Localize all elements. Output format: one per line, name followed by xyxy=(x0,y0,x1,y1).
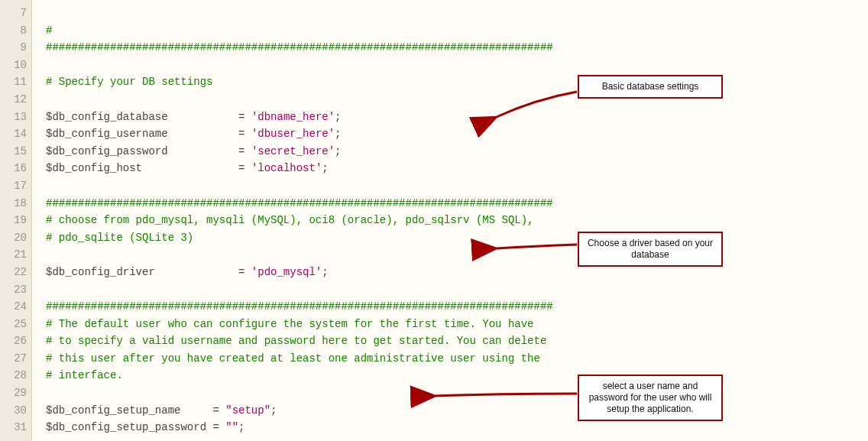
code-line: $db_config_driver = 'pdo_mysql'; xyxy=(46,266,329,278)
code-line: $db_config_username = 'dbuser_here'; xyxy=(46,128,342,140)
callout-setup-user: select a user name and password for the … xyxy=(578,375,723,421)
code-line: $db_config_host = 'localhost'; xyxy=(46,162,329,174)
code-line: ########################################… xyxy=(46,300,553,313)
callout-db-settings: Basic database settings xyxy=(578,75,723,99)
code-line: $db_config_password = 'secret_here'; xyxy=(46,145,342,157)
code-line: $db_config_setup_password = ""; xyxy=(46,421,245,433)
code-line: # to specify a valid username and passwo… xyxy=(46,335,546,347)
code-line: $db_config_database = 'dbname_here'; xyxy=(46,111,342,123)
code-line: # xyxy=(46,24,52,37)
line-number-gutter: 7 8 9 10 11 12 13 14 15 16 17 18 19 20 2… xyxy=(0,0,32,441)
code-line: # interface. xyxy=(46,369,123,381)
code-line: # The default user who can configure the… xyxy=(46,318,534,330)
callout-driver: Choose a driver based on your database xyxy=(578,232,723,267)
code-line: # pdo_sqlite (SQLite 3) xyxy=(46,232,193,244)
code-line: # Specify your DB settings xyxy=(46,76,212,88)
code-line: # choose from pdo_mysql, mysqli (MySQL),… xyxy=(46,214,534,226)
code-line: ########################################… xyxy=(46,41,553,54)
code-editor: 7 8 9 10 11 12 13 14 15 16 17 18 19 20 2… xyxy=(0,0,868,441)
code-area: # ######################################… xyxy=(32,0,868,441)
code-line: ########################################… xyxy=(46,197,553,209)
code-line: # this user after you have created at le… xyxy=(46,352,540,365)
code-line: $db_config_setup_name = "setup"; xyxy=(46,404,277,417)
